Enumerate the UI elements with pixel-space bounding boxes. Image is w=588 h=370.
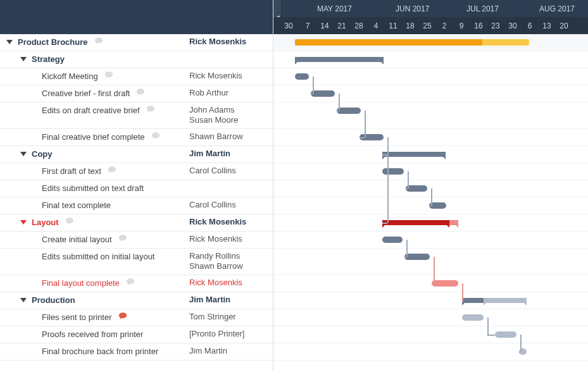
task-label: Edits submitted on initial layout — [42, 251, 154, 262]
table-row[interactable]: ProductionJim Martin — [0, 292, 273, 309]
table-row[interactable]: Proofs received from printer[Pronto Prin… — [0, 326, 273, 343]
dependency-link — [404, 257, 406, 258]
day-label: 2 — [442, 22, 447, 30]
comment-icon[interactable] — [126, 278, 135, 286]
gantt-lane — [273, 102, 588, 130]
comment-icon[interactable] — [94, 37, 103, 45]
gantt-lane — [273, 292, 588, 309]
dependency-link — [365, 111, 366, 138]
dependency-link — [406, 188, 408, 190]
day-label: 6 — [528, 22, 532, 30]
table-row[interactable]: Product BrochureRick Mosenkis — [0, 34, 273, 51]
table-row[interactable]: Final text completeCarol Collins — [0, 197, 273, 214]
expand-toggle[interactable] — [6, 40, 13, 44]
comment-icon[interactable] — [118, 234, 127, 242]
gantt-lane — [273, 343, 588, 361]
task-bar[interactable] — [337, 108, 361, 114]
table-row[interactable]: Final layout completeRick Mosenkis — [0, 275, 273, 292]
table-row[interactable]: Create initial layoutRick Mosenkis — [0, 231, 273, 249]
task-label: Strategy — [32, 54, 65, 65]
table-row[interactable]: Final creative brief completeShawn Barro… — [0, 129, 273, 146]
dependency-link — [432, 283, 434, 285]
month-label: JUL 2017 — [466, 4, 499, 13]
dependency-link — [408, 171, 409, 188]
dependency-link — [429, 206, 431, 207]
expand-toggle[interactable] — [20, 298, 27, 302]
task-label: Product Brochure — [18, 37, 88, 48]
comment-icon[interactable] — [104, 71, 113, 79]
task-label: Final text complete — [42, 200, 111, 211]
right-panel: ◀ MAY 2017JUN 2017JUL 2017AUG 2017 30714… — [273, 0, 588, 370]
table-row[interactable]: Creative brief - first draftRob Arthur — [0, 85, 273, 102]
table-row[interactable]: Kickoff MeetingRick Mosenkis — [0, 68, 273, 85]
table-row[interactable]: Files sent to printerTom Stringer — [0, 309, 273, 326]
dependency-link — [382, 154, 387, 156]
task-bar[interactable] — [382, 237, 403, 243]
task-bar[interactable] — [404, 254, 430, 260]
task-label: Final brochure back from printer — [42, 346, 158, 357]
day-label: 30 — [508, 22, 516, 30]
task-label: Files sent to printer — [42, 312, 112, 323]
day-label: 28 — [354, 22, 363, 30]
summary-bar[interactable] — [382, 220, 449, 225]
table-row[interactable]: CopyJim Martin — [0, 146, 273, 163]
comment-icon[interactable] — [118, 312, 127, 320]
responsible-cell: John AdamsSusan Moore — [189, 105, 273, 126]
responsible-cell: Rick Mosenkis — [189, 37, 273, 47]
summary-bar[interactable] — [295, 57, 384, 62]
dependency-link — [337, 111, 339, 112]
expand-toggle[interactable] — [20, 57, 27, 61]
dependency-link — [313, 77, 314, 94]
timeline-header: ◀ MAY 2017JUN 2017JUL 2017AUG 2017 30714… — [273, 0, 588, 34]
gantt-lane — [273, 68, 588, 85]
task-bar[interactable] — [295, 73, 309, 80]
day-label: 11 — [389, 22, 397, 30]
day-label: 9 — [460, 22, 464, 30]
dependency-link — [462, 300, 463, 302]
month-label: MAY 2017 — [317, 4, 352, 13]
task-label: First draft of text — [42, 166, 101, 177]
task-label: Edits submitted on text draft — [42, 183, 144, 194]
responsible-cell: Carol Collins — [189, 200, 273, 211]
task-bar[interactable] — [432, 280, 458, 287]
comment-icon[interactable] — [146, 105, 155, 113]
table-row[interactable]: First draft of textCarol Collins — [0, 163, 273, 180]
summary-bar-progress — [462, 298, 484, 303]
day-label: 16 — [474, 22, 482, 30]
comment-icon[interactable] — [151, 132, 160, 140]
month-label: JUN 2017 — [396, 4, 429, 13]
comment-icon[interactable] — [65, 217, 74, 225]
task-bar[interactable] — [495, 331, 516, 338]
expand-toggle[interactable] — [20, 220, 27, 225]
comment-icon[interactable] — [108, 166, 116, 174]
dependency-link — [462, 283, 463, 300]
summary-bar[interactable] — [484, 298, 527, 303]
dependency-link — [487, 335, 495, 336]
app-root: Product BrochureRick MosenkisStrategyKic… — [0, 0, 588, 370]
task-bar[interactable] — [462, 314, 484, 321]
table-row[interactable]: Edits submitted on initial layoutRandy R… — [0, 249, 273, 276]
task-label: Final creative brief complete — [42, 132, 145, 143]
task-bar[interactable] — [382, 168, 404, 175]
task-label: Kickoff Meeting — [42, 71, 98, 82]
table-row[interactable]: LayoutRick Mosenkis — [0, 214, 273, 231]
table-header — [0, 0, 273, 34]
task-bar[interactable] — [311, 90, 335, 97]
dependency-link — [434, 257, 435, 284]
table-row[interactable]: Strategy — [0, 51, 273, 68]
summary-bar[interactable] — [382, 152, 446, 157]
day-label: 4 — [374, 22, 378, 30]
table-row[interactable]: Final brochure back from printerJim Mart… — [0, 343, 273, 361]
expand-toggle[interactable] — [20, 152, 27, 156]
dependency-link — [431, 188, 432, 206]
dependency-link — [387, 137, 389, 222]
day-label: 18 — [406, 22, 414, 30]
task-bar[interactable] — [406, 185, 427, 192]
comment-icon[interactable] — [136, 88, 145, 96]
progress-bar[interactable] — [295, 39, 529, 46]
table-row[interactable]: Edits on draft creative briefJohn AdamsS… — [0, 102, 273, 130]
day-label: 14 — [320, 22, 328, 30]
responsible-cell: Shawn Barrow — [189, 132, 273, 142]
day-label: 23 — [491, 22, 499, 30]
table-row[interactable]: Edits submitted on text draft — [0, 180, 273, 197]
